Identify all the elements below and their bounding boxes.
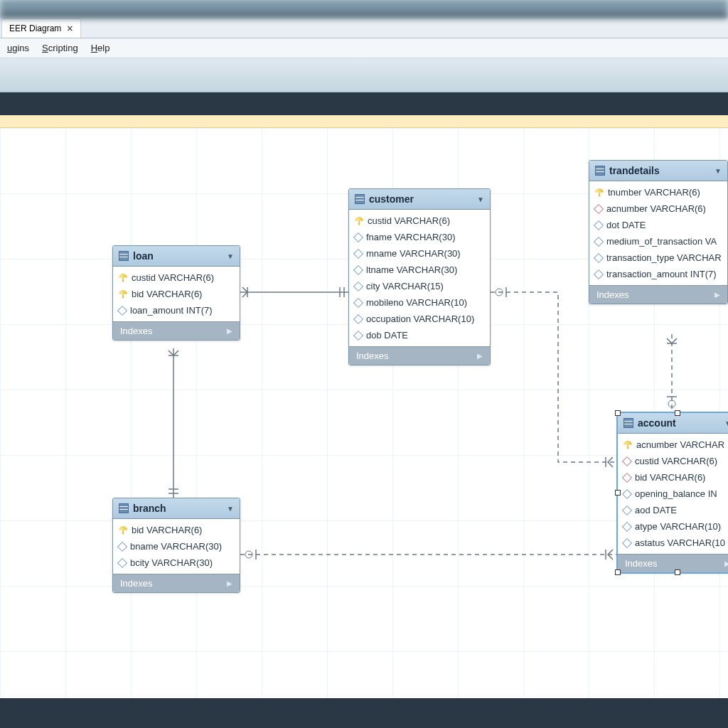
selection-handle[interactable] [675, 410, 680, 416]
column-text: acnumber VARCHAR(6) [606, 203, 706, 214]
column-text: bid VARCHAR(6) [635, 472, 705, 483]
entity-header[interactable]: account▼ [618, 413, 728, 434]
column-row[interactable]: acnumber VARCHAR(6) [595, 200, 722, 217]
primary-key-icon [119, 274, 127, 282]
selection-handle[interactable] [675, 569, 680, 575]
column-icon [622, 537, 632, 547]
column-text: fname VARCHAR(30) [366, 232, 455, 242]
entity-trandetails[interactable]: trandetails▼tnumber VARCHAR(6)acnumber V… [589, 160, 728, 304]
entity-account[interactable]: account▼acnumber VARCHARcustid VARCHAR(6… [617, 412, 728, 573]
column-text: bid VARCHAR(6) [132, 525, 202, 535]
chevron-down-icon[interactable]: ▼ [714, 167, 722, 175]
chevron-right-icon: ▶ [227, 579, 232, 587]
tab-eer-diagram[interactable]: EER Diagram × [1, 18, 81, 38]
column-row[interactable]: bcity VARCHAR(30) [119, 555, 234, 571]
entity-indexes-toggle[interactable]: Indexes▶ [589, 285, 727, 304]
entity-columns: tnumber VARCHAR(6)acnumber VARCHAR(6)dot… [589, 181, 727, 285]
entity-indexes-toggle[interactable]: Indexes▶ [113, 321, 240, 340]
column-text: custid VARCHAR(6) [132, 272, 214, 283]
column-icon [622, 488, 632, 498]
column-row[interactable]: fname VARCHAR(30) [355, 229, 484, 245]
chevron-down-icon[interactable]: ▼ [724, 419, 728, 427]
column-text: astatus VARCHAR(10 [635, 537, 725, 548]
chevron-down-icon[interactable]: ▼ [227, 252, 234, 260]
chevron-right-icon: ▶ [227, 327, 232, 335]
column-icon [594, 220, 604, 230]
column-row[interactable]: aod DATE [623, 502, 728, 518]
column-row[interactable]: custid VARCHAR(6) [623, 453, 728, 469]
table-icon [355, 194, 365, 204]
column-row[interactable]: custid VARCHAR(6) [119, 269, 234, 286]
column-row[interactable]: mname VARCHAR(30) [355, 245, 484, 262]
entity-customer[interactable]: customer▼custid VARCHAR(6)fname VARCHAR(… [348, 188, 491, 365]
column-row[interactable]: transaction_amount INT(7) [595, 266, 722, 282]
primary-key-icon [355, 217, 363, 225]
chevron-down-icon[interactable]: ▼ [227, 505, 234, 513]
entity-title: trandetails [609, 165, 710, 176]
toolbar-dark-strip [0, 92, 728, 115]
entity-header[interactable]: trandetails▼ [589, 161, 727, 181]
column-icon [117, 305, 127, 315]
column-row[interactable]: custid VARCHAR(6) [355, 213, 484, 229]
column-row[interactable]: city VARCHAR(15) [355, 278, 484, 294]
column-text: mname VARCHAR(30) [366, 248, 461, 259]
column-row[interactable]: transaction_type VARCHAR [595, 250, 722, 266]
column-row[interactable]: acnumber VARCHAR [623, 437, 728, 453]
foreign-key-icon [622, 456, 632, 466]
menu-help[interactable]: Help [91, 43, 110, 53]
foreign-key-icon [622, 472, 632, 482]
column-text: bid VARCHAR(6) [132, 289, 202, 299]
column-row[interactable]: mobileno VARCHAR(10) [355, 294, 484, 311]
column-text: transaction_amount INT(7) [606, 269, 717, 279]
column-row[interactable]: dot DATE [595, 217, 722, 233]
menu-plugins[interactable]: ugins [7, 43, 29, 53]
column-row[interactable]: dob DATE [355, 327, 484, 343]
column-icon [353, 330, 363, 340]
entity-loan[interactable]: loan▼custid VARCHAR(6)bid VARCHAR(6)loan… [112, 245, 240, 341]
column-text: transaction_type VARCHAR [606, 252, 722, 263]
table-icon [595, 166, 605, 176]
entity-columns: acnumber VARCHARcustid VARCHAR(6)bid VAR… [618, 434, 728, 554]
entity-header[interactable]: branch▼ [113, 498, 240, 519]
indexes-label: Indexes [625, 558, 658, 569]
column-row[interactable]: opening_balance IN [623, 486, 728, 502]
column-row[interactable]: atype VARCHAR(10) [623, 518, 728, 535]
column-row[interactable]: bid VARCHAR(6) [119, 286, 234, 302]
primary-key-icon [623, 441, 632, 449]
column-text: atype VARCHAR(10) [635, 521, 721, 532]
column-row[interactable]: bid VARCHAR(6) [623, 469, 728, 486]
chevron-right-icon: ▶ [477, 352, 483, 360]
column-text: ltname VARCHAR(30) [366, 264, 457, 275]
indexes-label: Indexes [596, 289, 629, 300]
diagram-canvas[interactable]: loan▼custid VARCHAR(6)bid VARCHAR(6)loan… [0, 128, 728, 698]
selection-handle[interactable] [615, 490, 621, 496]
column-row[interactable]: occupation VARCHAR(10) [355, 311, 484, 327]
entity-indexes-toggle[interactable]: Indexes▶ [349, 346, 490, 365]
entity-indexes-toggle[interactable]: Indexes▶ [113, 574, 240, 592]
entity-branch[interactable]: branch▼bid VARCHAR(6)bname VARCHAR(30)bc… [112, 498, 240, 593]
svg-point-8 [496, 289, 503, 296]
toolbar [0, 58, 728, 92]
column-row[interactable]: bid VARCHAR(6) [119, 522, 234, 538]
entity-header[interactable]: customer▼ [349, 189, 490, 210]
chevron-down-icon[interactable]: ▼ [477, 196, 484, 203]
column-icon [353, 314, 363, 323]
foreign-key-icon [594, 203, 604, 213]
column-row[interactable]: medium_of_transaction VA [595, 233, 722, 250]
column-row[interactable]: astatus VARCHAR(10 [623, 535, 728, 551]
selection-handle[interactable] [615, 410, 621, 416]
column-row[interactable]: ltname VARCHAR(30) [355, 262, 484, 278]
entity-indexes-toggle[interactable]: Indexes▶ [618, 554, 728, 572]
entity-header[interactable]: loan▼ [113, 246, 240, 267]
primary-key-icon [119, 526, 127, 535]
indexes-label: Indexes [356, 350, 389, 361]
column-row[interactable]: bname VARCHAR(30) [119, 538, 234, 555]
svg-point-11 [245, 551, 252, 558]
column-text: aod DATE [635, 505, 677, 515]
column-row[interactable]: tnumber VARCHAR(6) [595, 184, 722, 200]
menu-scripting[interactable]: Scripting [42, 43, 78, 53]
close-icon[interactable]: × [67, 23, 73, 34]
column-row[interactable]: loan_amount INT(7) [119, 302, 234, 318]
selection-handle[interactable] [615, 569, 621, 575]
column-text: dot DATE [606, 220, 646, 230]
